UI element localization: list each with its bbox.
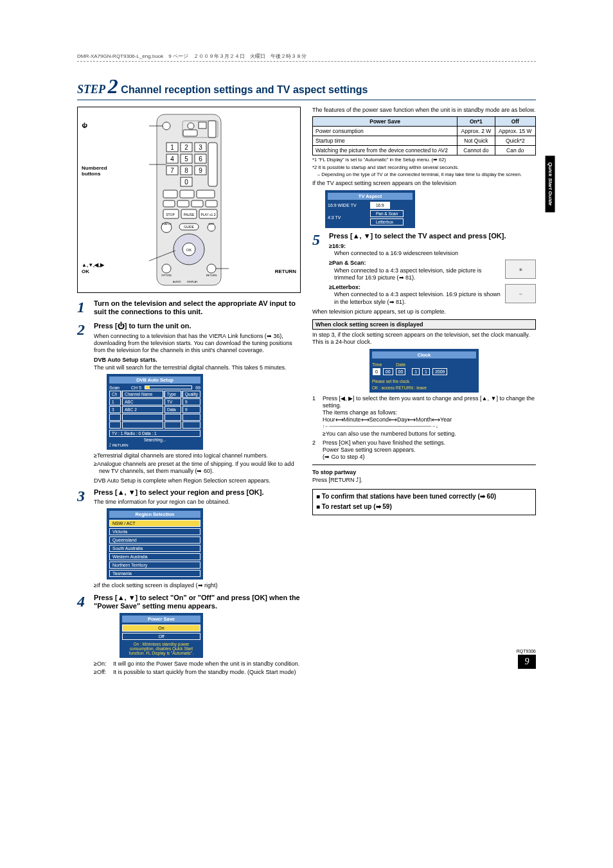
svg-text:4: 4 (170, 155, 174, 163)
svg-rect-6 (183, 130, 197, 136)
s5-after: When television picture appears, set up … (312, 308, 536, 315)
svg-rect-27 (208, 143, 217, 186)
svg-rect-5 (208, 121, 216, 137)
clock-mo: 1 (422, 368, 430, 375)
dvb-r1-c3: TV (164, 398, 181, 405)
clock-step1d: ↑←────────────────────────────────→↓ (323, 424, 536, 430)
ps-osd-title: Power Save (122, 616, 200, 623)
svg-point-1 (163, 122, 170, 130)
ps-osd-note: On : Minimises standby power consumption… (122, 642, 200, 655)
step-5-head: Press [▲, ▼] to select the TV aspect and… (329, 232, 536, 240)
step-2: 2 Press [⏻] to turn the unit on. When co… (77, 322, 301, 484)
remote-svg: 123 456 789 0 STOP PAUSE PLAY x1.3 STATU… (147, 113, 231, 287)
dvb-r1-c4: 9 (182, 398, 200, 405)
clock-step1c: Hour⟷Minute⟷Second⟷Day⟷Month⟷Year (323, 416, 536, 423)
step-3-p1: The time information for your region can… (94, 499, 301, 506)
ps-fn2b: – Depending on the type of TV or the con… (312, 172, 536, 177)
ps-intro: The features of the power save function … (312, 107, 536, 114)
svg-text:5: 5 (184, 155, 188, 163)
ps-th-2: Off (495, 117, 535, 127)
tv-aspect-osd: TV Aspect 16:9 WIDE TV 16:9 4:3 TV Pan &… (325, 190, 415, 228)
clock-y: 2009 (432, 368, 448, 375)
region-osd-title: Region Selection (109, 511, 200, 518)
step-3-head: Press [▲, ▼] to select your region and p… (94, 488, 301, 497)
svg-rect-28 (163, 190, 177, 198)
svg-text:RETURN: RETURN (206, 274, 217, 277)
title-rest: Channel reception settings and TV aspect… (121, 84, 368, 95)
svg-rect-31 (163, 200, 175, 207)
svg-text:1: 1 (170, 144, 174, 151)
svg-text:2: 2 (184, 144, 188, 151)
ps-r3-c1: Watching the picture from the device con… (313, 146, 458, 155)
dvb-col-type: Type (164, 391, 181, 398)
clock-step1-num: 1 (312, 395, 319, 438)
s5-o1-label: ≥16:9: (329, 243, 536, 250)
s5-o1-desc: When connected to a 16:9 widescreen tele… (329, 250, 536, 257)
dvb-return: RETURN (112, 443, 129, 447)
ps-r1-c3: Approx. 15 W (495, 127, 535, 136)
svg-text:9: 9 (199, 167, 202, 174)
power-save-table: Power Save On*1 Off Power consumption Ap… (312, 116, 536, 155)
svg-text:EXIT: EXIT (209, 222, 215, 226)
step-2-p2: The unit will search for the terrestrial… (94, 364, 301, 371)
step-2-b2: ≥Analogue channels are preset at the tim… (94, 461, 301, 475)
svg-rect-4 (199, 122, 206, 128)
svg-rect-34 (206, 200, 217, 207)
ok-label: OK (82, 269, 89, 274)
step-5: 5 Press [▲, ▼] to select the TV aspect a… (312, 232, 536, 306)
region-item-3: South Australia (109, 545, 200, 552)
dvb-r1-c1: 1 (109, 398, 121, 405)
stop-body: Press [RETURN ⤴]. (312, 477, 536, 484)
stop-head: To stop partway (312, 469, 536, 476)
tv-row2-label: 4:3 TV (328, 215, 366, 220)
tv-row2-opt1: Pan & Scan (370, 210, 404, 217)
ps-r3-c2: Cannot do (458, 146, 495, 155)
clock-step2-num: 2 (312, 439, 319, 461)
title-rule (77, 100, 536, 100)
step-2-b1: ≥Terrestrial digital channels are stored… (94, 452, 301, 459)
ps-r2-c1: Startup time (313, 136, 458, 146)
dvb-ch: CH 5 (131, 385, 141, 390)
print-header-bar: DMR-XA79GN-RQT9306-L_eng.book 9 ページ ２００９… (77, 51, 536, 62)
page-title: STEP 2 Channel reception settings and TV… (77, 75, 536, 98)
tv-row1-opt: 16:9 (370, 202, 390, 209)
step-3: 3 Press [▲, ▼] to select your region and… (77, 488, 301, 590)
dvb-searching: Searching... (109, 438, 200, 442)
svg-text:DISPLAY: DISPLAY (187, 280, 198, 283)
power-save-osd: Power Save On Off On : Minimises standby… (120, 613, 203, 658)
restart-line: ■ To restart set up (➡ 59) (316, 503, 532, 511)
svg-text:OPTION: OPTION (161, 274, 171, 277)
clock-step2b: Power Save setting screen appears. (323, 447, 536, 454)
step-3-note: ≥If the clock setting screen is displaye… (94, 582, 301, 589)
clock-date-label: Date (396, 362, 405, 367)
dvb-col-ch: Ch (109, 391, 121, 398)
clock-m: 00 (383, 368, 393, 375)
svg-text:3: 3 (199, 144, 202, 151)
step-1: 1 Turn on the television and select the … (77, 299, 301, 318)
clock-h: 0 (373, 368, 380, 375)
dvb-r2-c1: 3 (109, 406, 121, 413)
step-1-head: Turn on the television and select the ap… (94, 299, 301, 316)
svg-text:6: 6 (199, 155, 202, 163)
ps-r2-c2: Not Quick (458, 136, 495, 146)
divider (312, 465, 536, 465)
ps-opt-on: On (122, 624, 200, 632)
remote-diagram: ⏻ Numbered buttons ▲,▼,◀,▶ OK RETURN (77, 107, 301, 293)
step-word: STEP (77, 83, 105, 96)
tv-row1-label: 16:9 WIDE TV (328, 203, 366, 208)
step-2-head: Press [⏻] to turn the unit on. (94, 322, 301, 330)
ps-r2-c3: Quick*2 (495, 136, 535, 146)
svg-text:GUIDE: GUIDE (184, 225, 195, 229)
ps-th-1: On*1 (458, 117, 495, 127)
footer-box: ■ To confirm that stations have been tun… (312, 489, 536, 515)
dvb-r2-c2: ABC 2 (122, 406, 163, 413)
ps-opt-off: Off (122, 633, 200, 640)
dvb-r2-c4: 9 (182, 406, 200, 413)
ps-fn2: *2 It is possible to startup and start r… (312, 164, 536, 170)
side-tab: Quick Start Guide (546, 155, 555, 212)
svg-text:PAUSE: PAUSE (184, 213, 195, 217)
region-item-4: Western Australia (109, 553, 200, 560)
dvb-col-name: Channel Name (122, 391, 163, 398)
svg-point-50 (162, 264, 171, 273)
ps-after: If the TV aspect setting screen appears … (312, 180, 536, 187)
